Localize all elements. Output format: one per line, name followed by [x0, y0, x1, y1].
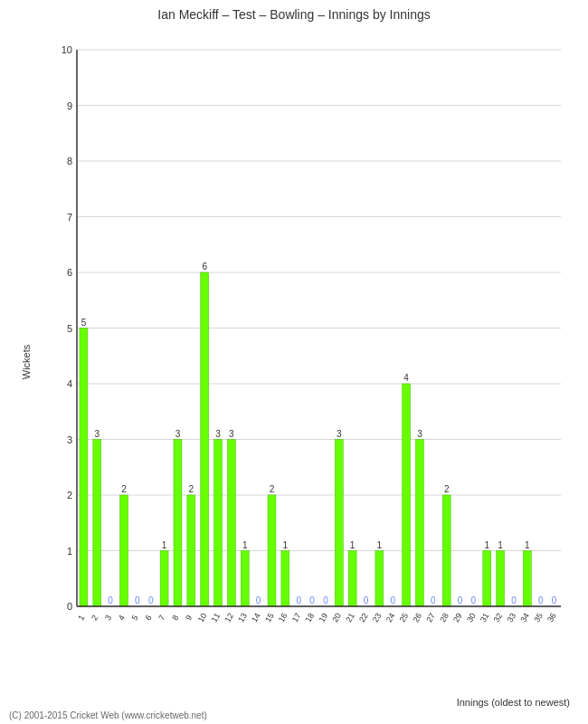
copyright-text: (C) 2001-2015 Cricket Web (www.cricketwe… — [9, 710, 207, 720]
svg-rect-103 — [497, 551, 505, 607]
svg-text:1: 1 — [67, 546, 72, 557]
svg-text:33: 33 — [506, 612, 518, 624]
svg-text:0: 0 — [323, 595, 328, 605]
svg-text:24: 24 — [384, 612, 397, 624]
svg-text:1: 1 — [162, 540, 167, 550]
svg-text:3: 3 — [175, 429, 181, 439]
svg-text:22: 22 — [357, 612, 370, 624]
svg-text:1: 1 — [242, 540, 248, 550]
svg-text:3: 3 — [417, 429, 422, 439]
svg-text:0: 0 — [135, 595, 140, 605]
svg-text:4: 4 — [67, 378, 72, 389]
svg-text:3: 3 — [215, 429, 221, 439]
svg-rect-52 — [227, 440, 235, 607]
svg-text:34: 34 — [518, 612, 531, 624]
y-axis-label: Wickets — [21, 345, 32, 380]
svg-rect-72 — [335, 440, 343, 607]
svg-text:4: 4 — [117, 614, 127, 622]
svg-rect-60 — [268, 495, 276, 606]
svg-text:0: 0 — [256, 595, 261, 605]
svg-text:2: 2 — [90, 614, 100, 622]
svg-text:9: 9 — [184, 614, 194, 622]
svg-text:2: 2 — [67, 490, 72, 500]
svg-text:7: 7 — [67, 212, 72, 223]
svg-text:10: 10 — [196, 612, 209, 624]
svg-text:3: 3 — [95, 429, 100, 439]
svg-text:1: 1 — [498, 540, 503, 550]
svg-rect-43 — [187, 495, 195, 606]
svg-text:0: 0 — [390, 595, 395, 605]
svg-text:21: 21 — [344, 612, 356, 624]
svg-text:3: 3 — [67, 434, 72, 445]
svg-text:0: 0 — [538, 595, 544, 605]
chart-container: Ian Meckiff – Test – Bowling – Innings b… — [0, 0, 588, 724]
svg-text:27: 27 — [424, 612, 437, 624]
svg-rect-108 — [523, 551, 531, 607]
svg-text:0: 0 — [296, 595, 301, 605]
svg-rect-100 — [483, 551, 491, 607]
svg-text:7: 7 — [156, 614, 166, 622]
svg-text:5: 5 — [130, 614, 140, 622]
svg-rect-75 — [348, 551, 356, 607]
chart-title: Ian Meckiff – Test – Bowling – Innings b… — [0, 0, 588, 25]
svg-text:2: 2 — [121, 484, 127, 494]
svg-text:1: 1 — [76, 614, 86, 622]
svg-text:8: 8 — [170, 614, 180, 622]
svg-text:13: 13 — [236, 612, 249, 624]
svg-text:6: 6 — [67, 267, 72, 278]
svg-text:12: 12 — [223, 612, 235, 624]
svg-text:0: 0 — [471, 595, 477, 605]
svg-text:5: 5 — [67, 323, 72, 334]
chart-area: 0123456789105132032405061738296103113121… — [50, 36, 570, 652]
svg-text:35: 35 — [532, 612, 545, 624]
svg-text:11: 11 — [210, 612, 223, 624]
svg-text:2: 2 — [189, 484, 194, 494]
svg-rect-25 — [93, 440, 101, 607]
svg-text:10: 10 — [62, 44, 72, 55]
svg-text:18: 18 — [304, 612, 317, 624]
svg-text:32: 32 — [492, 612, 505, 624]
svg-rect-93 — [442, 495, 450, 606]
svg-text:23: 23 — [371, 612, 384, 624]
svg-text:26: 26 — [412, 612, 424, 624]
svg-text:0: 0 — [364, 595, 369, 605]
svg-text:0: 0 — [108, 595, 113, 605]
svg-rect-63 — [281, 551, 289, 607]
svg-rect-30 — [120, 495, 128, 606]
svg-text:0: 0 — [458, 595, 463, 605]
svg-text:20: 20 — [330, 612, 343, 624]
svg-text:36: 36 — [545, 612, 558, 624]
svg-text:25: 25 — [398, 612, 411, 624]
svg-text:9: 9 — [67, 100, 72, 111]
svg-text:15: 15 — [263, 612, 276, 624]
svg-text:0: 0 — [67, 601, 72, 612]
svg-text:0: 0 — [431, 595, 436, 605]
svg-text:19: 19 — [317, 612, 329, 624]
svg-text:5: 5 — [81, 318, 87, 328]
svg-rect-49 — [214, 440, 223, 607]
svg-text:31: 31 — [479, 612, 491, 624]
svg-rect-80 — [375, 551, 384, 607]
svg-text:1: 1 — [377, 540, 383, 550]
svg-text:0: 0 — [511, 595, 517, 605]
svg-text:14: 14 — [250, 612, 262, 624]
svg-rect-22 — [80, 329, 88, 607]
svg-text:8: 8 — [67, 156, 72, 167]
svg-text:2: 2 — [270, 484, 275, 494]
svg-rect-37 — [160, 551, 168, 607]
svg-text:3: 3 — [337, 429, 342, 439]
svg-rect-85 — [403, 384, 411, 606]
svg-text:1: 1 — [525, 540, 530, 550]
svg-text:28: 28 — [438, 612, 450, 624]
svg-text:1: 1 — [350, 540, 356, 550]
svg-text:0: 0 — [148, 595, 154, 605]
svg-rect-55 — [241, 551, 249, 607]
svg-text:6: 6 — [144, 614, 154, 622]
svg-rect-88 — [416, 440, 424, 607]
svg-text:1: 1 — [484, 540, 489, 550]
x-axis-label: Innings (oldest to newest) — [50, 697, 570, 708]
svg-text:16: 16 — [277, 612, 289, 624]
svg-text:3: 3 — [103, 614, 113, 622]
svg-text:6: 6 — [202, 262, 207, 272]
svg-text:30: 30 — [465, 612, 478, 624]
